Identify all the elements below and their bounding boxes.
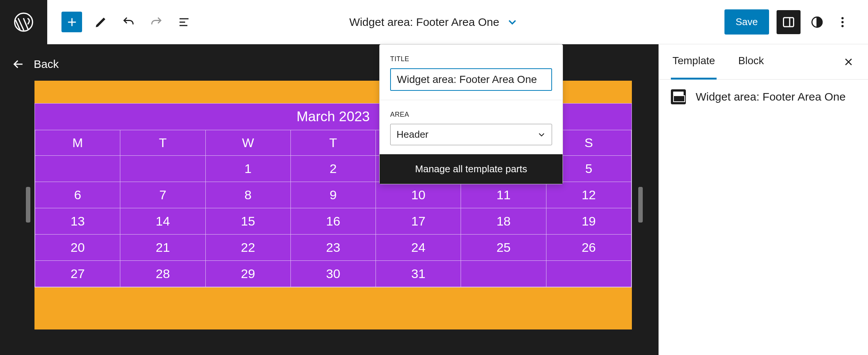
- panel-title-section: TITLE: [380, 45, 563, 100]
- chevron-down-icon: [506, 16, 519, 29]
- cal-cell[interactable]: 17: [376, 208, 461, 235]
- svg-point-5: [841, 25, 844, 27]
- cal-cell[interactable]: 26: [546, 235, 631, 261]
- panel-area-section: AREA Header: [380, 100, 563, 154]
- back-label: Back: [34, 58, 59, 71]
- template-inspector-title: Widget area: Footer Area One: [696, 90, 846, 103]
- save-button[interactable]: Save: [724, 9, 769, 35]
- cal-cell[interactable]: 23: [290, 235, 376, 261]
- document-title-label: Widget area: Footer Area One: [349, 16, 499, 29]
- toolbar-right-group: Save: [724, 9, 868, 35]
- cal-head: W: [205, 130, 290, 156]
- cal-cell[interactable]: 1: [205, 156, 290, 182]
- cal-cell[interactable]: [35, 156, 120, 182]
- undo-icon: [122, 15, 135, 29]
- area-select[interactable]: Header: [390, 124, 552, 145]
- table-row: 6789101112: [35, 182, 632, 208]
- editor-body: Back March 2023 M T W T F S S: [0, 44, 868, 355]
- cal-cell[interactable]: 9: [290, 182, 376, 208]
- redo-button[interactable]: [147, 13, 165, 31]
- contrast-icon: [810, 15, 824, 29]
- cal-cell[interactable]: 29: [205, 261, 290, 287]
- template-part-dropdown-panel: TITLE AREA Header Manage all template pa…: [379, 44, 563, 184]
- table-row: 2728293031: [35, 261, 632, 287]
- cal-cell[interactable]: [120, 156, 205, 182]
- document-title-dropdown[interactable]: Widget area: Footer Area One: [349, 0, 519, 44]
- wordpress-icon: [13, 12, 34, 33]
- cal-cell[interactable]: 30: [290, 261, 376, 287]
- area-field-label: AREA: [390, 111, 552, 119]
- cal-head: M: [35, 130, 120, 156]
- list-view-icon: [177, 15, 191, 29]
- wordpress-logo-button[interactable]: [0, 0, 47, 44]
- template-inspector-row[interactable]: Widget area: Footer Area One: [659, 80, 868, 114]
- cal-cell[interactable]: [461, 261, 546, 287]
- cal-cell[interactable]: 12: [546, 182, 631, 208]
- plus-icon: [65, 15, 79, 29]
- sidebar-panel-icon: [782, 15, 795, 29]
- cal-cell[interactable]: 8: [205, 182, 290, 208]
- cal-cell[interactable]: 21: [120, 235, 205, 261]
- cal-cell[interactable]: 13: [35, 208, 120, 235]
- template-part-icon: [671, 89, 686, 104]
- cal-cell[interactable]: 2: [290, 156, 376, 182]
- add-block-button[interactable]: [61, 12, 82, 32]
- top-toolbar: Widget area: Footer Area One Save: [0, 0, 868, 44]
- chevron-down-icon: [537, 130, 546, 140]
- table-row: 13141516171819: [35, 208, 632, 235]
- toolbar-left-group: [47, 12, 193, 32]
- cal-cell[interactable]: 15: [205, 208, 290, 235]
- manage-template-parts-button[interactable]: Manage all template parts: [380, 154, 563, 184]
- cal-cell[interactable]: 10: [376, 182, 461, 208]
- cal-cell[interactable]: 6: [35, 182, 120, 208]
- resize-handle-left[interactable]: [26, 187, 30, 223]
- settings-sidebar-toggle[interactable]: [777, 10, 801, 34]
- settings-sidebar: Template Block Widget area: Footer Area …: [658, 44, 868, 355]
- cal-cell[interactable]: 16: [290, 208, 376, 235]
- area-select-value: Header: [397, 129, 428, 140]
- svg-point-3: [841, 17, 844, 19]
- widget-area-bottom-padding: [34, 287, 632, 329]
- cal-cell[interactable]: 20: [35, 235, 120, 261]
- list-view-button[interactable]: [175, 13, 193, 31]
- table-row: 20212223242526: [35, 235, 632, 261]
- pencil-icon: [94, 15, 108, 29]
- title-field-label: TITLE: [390, 55, 552, 63]
- cal-cell[interactable]: 25: [461, 235, 546, 261]
- cal-head: T: [120, 130, 205, 156]
- styles-button[interactable]: [808, 13, 826, 31]
- tab-block[interactable]: Block: [737, 44, 765, 80]
- cal-head: T: [290, 130, 376, 156]
- cal-cell[interactable]: 31: [376, 261, 461, 287]
- tab-template[interactable]: Template: [671, 44, 717, 80]
- title-input[interactable]: [390, 68, 552, 91]
- redo-icon: [150, 15, 163, 29]
- cal-cell[interactable]: 28: [120, 261, 205, 287]
- edit-tool-button[interactable]: [92, 13, 110, 31]
- svg-point-0: [15, 13, 33, 31]
- svg-rect-1: [784, 18, 794, 27]
- cal-cell[interactable]: 24: [376, 235, 461, 261]
- sidebar-tabs: Template Block: [659, 44, 868, 80]
- cal-cell[interactable]: 7: [120, 182, 205, 208]
- close-icon: [843, 56, 855, 68]
- arrow-left-icon: [11, 57, 25, 71]
- cal-cell[interactable]: 19: [546, 208, 631, 235]
- more-options-button[interactable]: [834, 13, 852, 31]
- undo-button[interactable]: [120, 13, 138, 31]
- cal-cell[interactable]: 27: [35, 261, 120, 287]
- cal-cell[interactable]: 11: [461, 182, 546, 208]
- resize-handle-right[interactable]: [638, 187, 643, 223]
- dots-vertical-icon: [836, 15, 849, 29]
- cal-cell[interactable]: 22: [205, 235, 290, 261]
- cal-cell[interactable]: 18: [461, 208, 546, 235]
- cal-cell[interactable]: 14: [120, 208, 205, 235]
- close-sidebar-button[interactable]: [841, 54, 856, 69]
- cal-cell[interactable]: [546, 261, 631, 287]
- svg-point-4: [841, 21, 844, 23]
- editor-canvas: Back March 2023 M T W T F S S: [0, 44, 658, 355]
